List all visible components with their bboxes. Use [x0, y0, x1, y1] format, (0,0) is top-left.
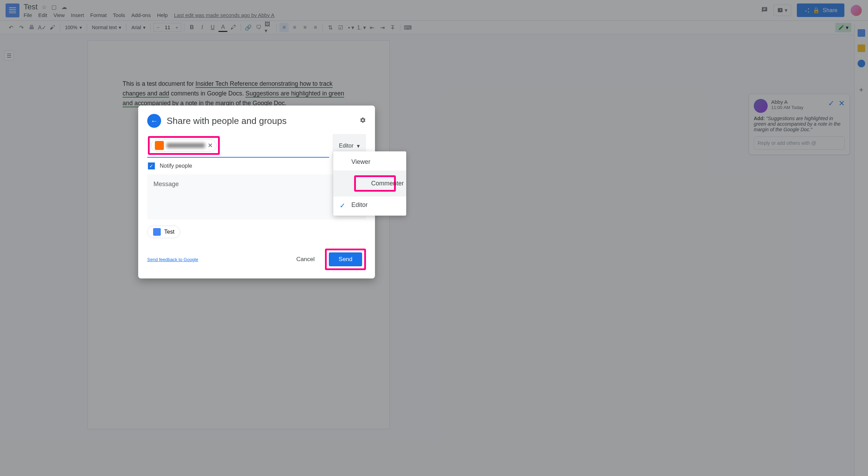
- modal-overlay[interactable]: [0, 0, 868, 476]
- role-select-label: Editor: [339, 143, 353, 149]
- role-option-viewer[interactable]: Viewer: [333, 153, 406, 170]
- annotation-highlight: ✕: [148, 136, 220, 155]
- role-option-editor[interactable]: Editor: [333, 197, 406, 214]
- chevron-down-icon: ▾: [357, 143, 360, 149]
- annotation-highlight: Send: [325, 249, 366, 270]
- person-chip[interactable]: ✕: [151, 139, 217, 152]
- role-option-commenter-wrap: Commenter: [333, 170, 406, 197]
- chip-avatar-icon: [155, 141, 164, 150]
- notify-label: Notify people: [160, 163, 192, 169]
- feedback-link[interactable]: Send feedback to Google: [147, 257, 198, 262]
- send-button[interactable]: Send: [329, 252, 362, 266]
- back-button[interactable]: ←: [147, 114, 161, 128]
- dialog-title: Share with people and groups: [167, 116, 354, 126]
- annotation-highlight: Commenter: [354, 175, 396, 192]
- notify-checkbox[interactable]: ✓: [148, 162, 155, 169]
- doc-chip-label: Test: [164, 229, 174, 235]
- attached-doc-chip[interactable]: Test: [147, 226, 180, 238]
- role-option-commenter[interactable]: Commenter: [371, 180, 404, 187]
- chip-name-blurred: [167, 143, 205, 148]
- settings-gear-icon[interactable]: [360, 117, 366, 125]
- docs-file-icon: [153, 228, 161, 236]
- remove-chip-icon[interactable]: ✕: [208, 142, 213, 149]
- cancel-button[interactable]: Cancel: [291, 252, 319, 266]
- role-dropdown: Viewer Commenter Editor: [333, 151, 406, 216]
- people-input[interactable]: ✕: [147, 134, 329, 158]
